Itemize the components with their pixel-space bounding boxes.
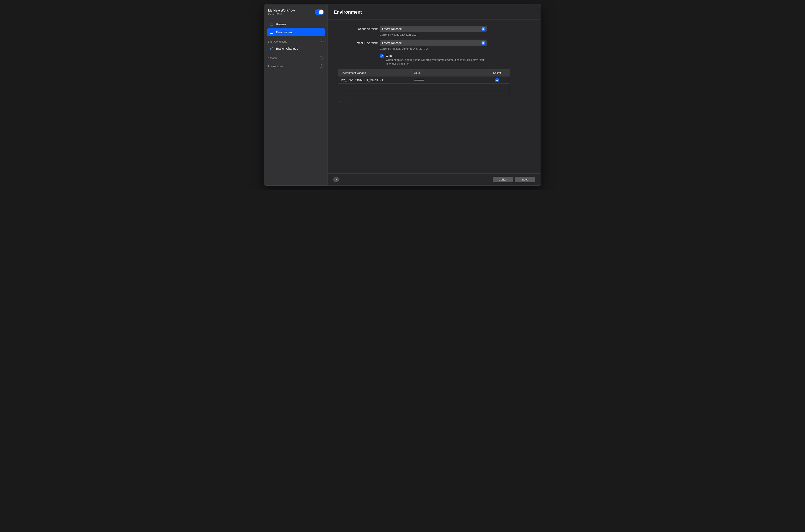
xcode-version-row: Xcode Version: Latest Release Currently …	[338, 26, 531, 36]
add-env-var-button[interactable]: ＋	[339, 99, 343, 103]
macos-version-label: macOS Version:	[338, 40, 380, 45]
environment-icon	[269, 30, 273, 34]
sidebar-item-label: Environment	[276, 31, 293, 34]
add-start-condition-button[interactable]	[320, 40, 324, 43]
remove-env-var-button[interactable]: −	[346, 99, 349, 103]
cancel-button[interactable]: Cancel	[493, 177, 513, 182]
sidebar: My New Workflow Ocean Chill General	[264, 4, 328, 186]
col-header-value: Value	[411, 69, 484, 76]
col-header-secret: Secret	[484, 69, 510, 76]
xcode-version-label: Xcode Version:	[338, 26, 380, 31]
env-table-row[interactable]: MY_ENVIRONMENT_VARIABLE ••••••••••	[338, 76, 510, 83]
svg-point-0	[271, 24, 272, 25]
gear-icon	[269, 22, 273, 26]
footer: ? Cancel Save	[328, 173, 541, 186]
clean-label: Clean	[386, 54, 487, 57]
svg-rect-1	[270, 31, 273, 34]
sidebar-header: My New Workflow Ocean Chill	[267, 8, 325, 20]
svg-point-5	[272, 48, 273, 48]
col-header-variable: Environment Variable	[338, 69, 411, 76]
env-var-secret-checkbox[interactable]	[495, 78, 499, 82]
sidebar-item-label: Branch Changes	[276, 47, 298, 50]
env-var-value: ••••••••••	[411, 78, 484, 82]
main-panel: Environment Xcode Version: Latest Releas…	[328, 4, 541, 186]
env-var-name: MY_ENVIRONMENT_VARIABLE	[338, 78, 411, 82]
workflow-subtitle: Ocean Chill	[268, 13, 295, 16]
workflow-enabled-toggle[interactable]	[315, 10, 324, 15]
add-action-button[interactable]	[320, 56, 324, 60]
sidebar-item-branch-changes[interactable]: Branch Changes	[267, 45, 325, 53]
help-button[interactable]: ?	[333, 177, 339, 182]
xcode-version-select[interactable]: Latest Release	[380, 26, 487, 32]
svg-point-4	[270, 50, 271, 50]
xcode-version-current: Currently Xcode 15.4 (15F31d)	[380, 33, 487, 36]
chevron-updown-icon	[481, 27, 485, 31]
macos-version-row: macOS Version: Latest Release Currently …	[338, 40, 531, 50]
branch-icon	[269, 46, 273, 51]
group-label: Start Conditions	[268, 40, 287, 43]
env-table-footer: ＋ −	[338, 97, 510, 103]
content: Xcode Version: Latest Release Currently …	[328, 20, 541, 173]
clean-checkbox[interactable]	[380, 54, 384, 58]
main-header: Environment	[328, 4, 541, 20]
page-title: Environment	[334, 10, 535, 15]
macos-version-value: Latest Release	[382, 41, 402, 45]
group-label: Post-Actions	[268, 65, 283, 68]
svg-point-3	[270, 47, 271, 48]
group-label: Actions	[268, 56, 277, 59]
clean-description: When enabled, Xcode Cloud will build you…	[386, 58, 487, 65]
env-variables-table: Environment Variable Value Secret MY_ENV…	[338, 69, 510, 97]
sidebar-item-label: General	[276, 23, 287, 26]
env-table-header: Environment Variable Value Secret	[338, 69, 510, 76]
workflow-title: My New Workflow	[268, 8, 295, 12]
clean-row: Clean When enabled, Xcode Cloud will bui…	[338, 54, 531, 65]
sidebar-item-general[interactable]: General	[267, 20, 325, 28]
xcode-version-value: Latest Release	[382, 27, 402, 31]
save-button[interactable]: Save	[515, 177, 535, 182]
sidebar-group-start-conditions: Start Conditions	[267, 36, 325, 45]
macos-version-select[interactable]: Latest Release	[380, 40, 487, 46]
add-post-action-button[interactable]	[320, 64, 324, 68]
sidebar-group-actions: Actions	[267, 53, 325, 61]
sidebar-group-post-actions: Post-Actions	[267, 61, 325, 69]
workflow-editor-sheet: My New Workflow Ocean Chill General	[264, 4, 541, 186]
sidebar-item-environment[interactable]: Environment	[267, 28, 325, 36]
chevron-updown-icon	[481, 41, 485, 45]
macos-version-current: Currently macOS Sonoma 14.5 (23F79)	[380, 47, 487, 50]
